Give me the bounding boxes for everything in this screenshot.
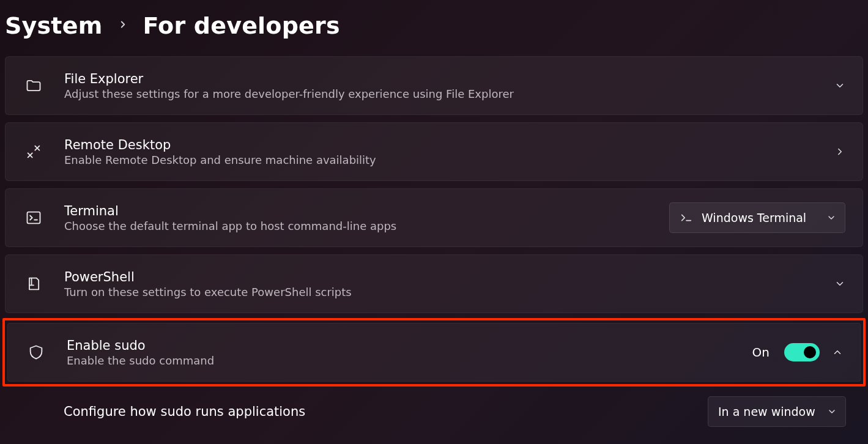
highlight-enable-sudo: Enable sudo Enable the sudo command On [2,318,866,387]
terminal-icon [25,209,48,226]
breadcrumb: System For developers [5,7,863,56]
setting-desc: Adjust these settings for a more develop… [64,87,834,100]
setting-remote-desktop[interactable]: Remote Desktop Enable Remote Desktop and… [5,122,863,181]
setting-title: PowerShell [64,270,834,284]
setting-terminal[interactable]: Terminal Choose the default terminal app… [5,188,863,247]
breadcrumb-parent[interactable]: System [5,12,103,39]
setting-title: Terminal [64,204,669,218]
windows-terminal-icon [680,211,693,224]
svg-rect-0 [28,212,40,224]
chevron-down-icon [827,407,837,416]
setting-sudo-run-mode: Configure how sudo runs applications In … [5,384,863,439]
sudo-run-mode-dropdown[interactable]: In a new window [708,396,846,427]
terminal-app-dropdown[interactable]: Windows Terminal [669,202,845,233]
setting-title: Remote Desktop [64,138,834,152]
enable-sudo-toggle[interactable] [784,343,820,361]
dropdown-value: Windows Terminal [702,211,818,224]
folder-icon [25,77,48,94]
setting-title: Configure how sudo runs applications [64,404,708,419]
setting-enable-sudo[interactable]: Enable sudo Enable the sudo command On [7,323,861,382]
chevron-up-icon[interactable] [832,347,843,358]
chevron-down-icon[interactable] [834,278,845,289]
chevron-down-icon[interactable] [834,80,845,91]
toggle-knob [804,346,816,358]
setting-file-explorer[interactable]: File Explorer Adjust these settings for … [5,56,863,115]
setting-powershell[interactable]: PowerShell Turn on these settings to exe… [5,254,863,313]
setting-desc: Enable Remote Desktop and ensure machine… [64,154,834,166]
chevron-down-icon [826,213,836,223]
powershell-icon [25,275,48,292]
dropdown-value: In a new window [718,405,818,418]
chevron-right-icon[interactable] [834,146,845,157]
shield-icon [28,344,51,361]
remote-desktop-icon [25,143,48,160]
setting-title: File Explorer [64,72,834,86]
setting-title: Enable sudo [67,338,752,353]
toggle-state-label: On [752,345,770,360]
breadcrumb-current: For developers [143,12,340,39]
setting-desc: Enable the sudo command [67,354,752,367]
chevron-right-icon [117,19,128,32]
setting-desc: Turn on these settings to execute PowerS… [64,286,834,298]
setting-desc: Choose the default terminal app to host … [64,220,669,232]
